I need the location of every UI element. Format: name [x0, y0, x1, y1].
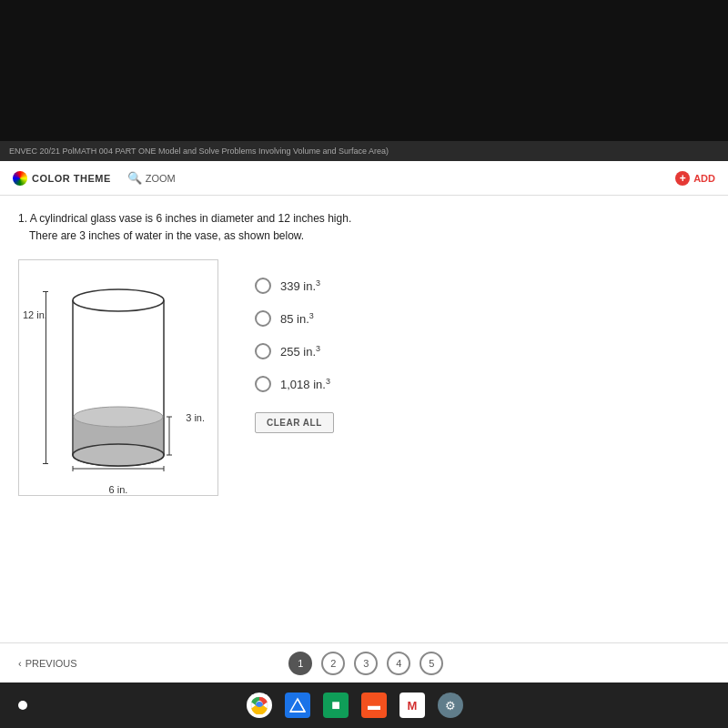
drive-icon[interactable]	[285, 693, 310, 718]
bottom-nav: ‹ PREVIOUS 1 2 3 4 5	[0, 642, 728, 682]
answers-section: 339 in.3 85 in.3 255 in.3 1,018 in.3 CLE…	[255, 268, 334, 433]
question-line1: A cylindrical glass vase is 6 inches in …	[30, 212, 352, 225]
gmail-icon[interactable]: M	[399, 693, 425, 718]
previous-button[interactable]: ‹ PREVIOUS	[18, 658, 77, 669]
color-theme-label: COLOR THEME	[32, 173, 111, 184]
cylinder-container: 12 in.	[59, 282, 177, 473]
top-dark-area	[0, 0, 728, 141]
question-text: 1. A cylindrical glass vase is 6 inches …	[18, 210, 710, 245]
radio-a[interactable]	[255, 278, 271, 294]
answer-text-a: 339 in.3	[280, 278, 320, 293]
chevron-left-icon: ‹	[18, 658, 22, 669]
question-layout: 12 in.	[18, 259, 710, 496]
clear-all-button[interactable]: CLEAR ALL	[255, 412, 334, 433]
add-label: ADD	[693, 173, 715, 184]
svg-point-5	[74, 407, 163, 427]
page-5-button[interactable]: 5	[420, 652, 443, 675]
page-4-button[interactable]: 4	[387, 652, 410, 675]
taskbar: ■ ▬ M ⚙	[0, 682, 728, 728]
page-3-button[interactable]: 3	[354, 652, 378, 675]
cylinder-diagram	[59, 282, 177, 473]
svg-point-6	[73, 444, 164, 466]
search-icon: 🔍	[127, 171, 142, 185]
breadcrumb-text: ENVEC 20/21 PolMATH 004 PART ONE Model a…	[9, 147, 389, 156]
answer-choice-c[interactable]: 255 in.3	[255, 343, 330, 359]
answer-choice-b[interactable]: 85 in.3	[255, 310, 330, 327]
svg-point-2	[73, 289, 164, 311]
answer-text-d: 1,018 in.3	[280, 377, 330, 391]
svg-line-16	[298, 699, 305, 712]
slides-icon[interactable]: ▬	[361, 693, 387, 718]
toolbar-right: + ADD	[675, 171, 715, 186]
toolbar-left: COLOR THEME 🔍 ZOOM	[13, 171, 657, 186]
main-content: 1. A cylindrical glass vase is 6 inches …	[0, 196, 728, 642]
add-button[interactable]: + ADD	[675, 171, 715, 186]
answer-choice-a[interactable]: 339 in.3	[255, 278, 330, 294]
breadcrumb-bar: ENVEC 20/21 PolMATH 004 PART ONE Model a…	[0, 141, 728, 161]
water-label: 3 in.	[186, 412, 205, 423]
zoom-button[interactable]: 🔍 ZOOM	[127, 171, 176, 185]
radio-b[interactable]	[255, 310, 271, 327]
answer-choices: 339 in.3 85 in.3 255 in.3 1,018 in.3	[255, 278, 330, 392]
taskbar-home-dot[interactable]	[18, 701, 27, 710]
answer-text-b: 85 in.3	[280, 311, 314, 326]
taskbar-center: ■ ▬ M ⚙	[247, 693, 463, 718]
chrome-icon[interactable]	[247, 693, 272, 718]
brace-tick-bottom	[43, 463, 48, 464]
zoom-label: ZOOM	[146, 173, 176, 184]
diameter-label: 6 in.	[109, 484, 128, 495]
radio-d[interactable]	[255, 376, 271, 392]
docs-icon[interactable]: ■	[323, 693, 349, 718]
question-number: 1.	[18, 212, 27, 225]
page-2-button[interactable]: 2	[321, 652, 345, 675]
svg-marker-15	[290, 699, 305, 712]
height-label: 12 in.	[23, 309, 47, 320]
taskbar-left	[18, 701, 27, 710]
page-numbers: 1 2 3 4 5	[288, 652, 443, 675]
palette-icon	[13, 171, 27, 186]
color-theme-button[interactable]: COLOR THEME	[13, 171, 111, 186]
answer-choice-d[interactable]: 1,018 in.3	[255, 376, 330, 392]
answer-text-c: 255 in.3	[280, 344, 320, 359]
toolbar: COLOR THEME 🔍 ZOOM + ADD	[0, 161, 728, 196]
system-icon[interactable]: ⚙	[438, 693, 463, 718]
question-line2: There are 3 inches of water in the vase,…	[18, 229, 304, 242]
previous-label: PREVIOUS	[25, 658, 77, 669]
page-1-button[interactable]: 1	[288, 652, 312, 675]
radio-c[interactable]	[255, 343, 271, 359]
add-circle-icon: +	[675, 171, 690, 186]
diagram-box: 12 in.	[18, 259, 218, 496]
